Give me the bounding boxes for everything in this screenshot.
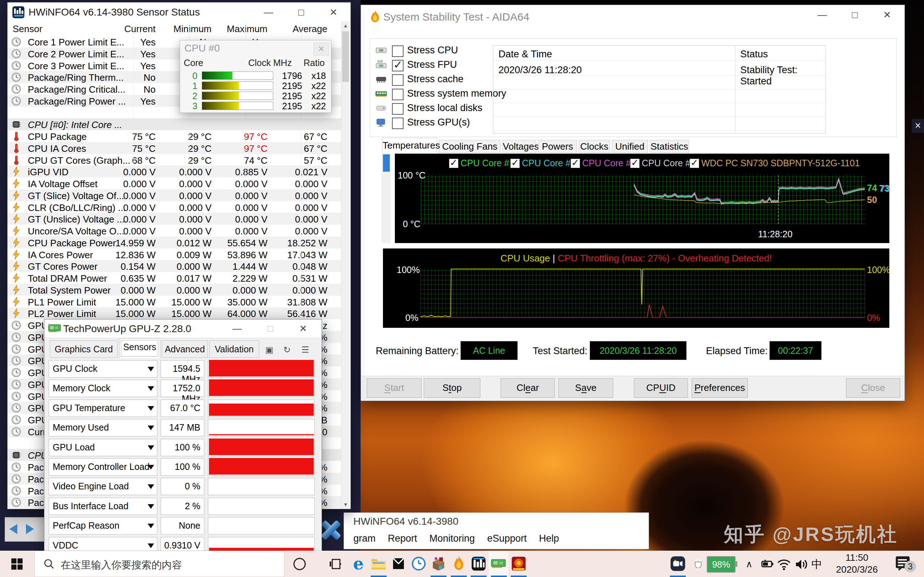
menu-item-gram[interactable]: gram [353, 533, 376, 544]
battery-indicator[interactable]: 98% [707, 556, 736, 573]
power-plug-icon[interactable] [691, 557, 706, 572]
column-header[interactable]: Current [98, 23, 155, 35]
sensor-row[interactable]: GT Cores Power0.154 W0.000 W1.444 W0.048… [8, 260, 341, 272]
taskbar-app-software-box[interactable] [428, 551, 448, 577]
taskbar-app-mail[interactable] [388, 551, 408, 577]
aida-tab-statistics[interactable]: Statistics [650, 140, 689, 153]
taskbar-search[interactable]: 在这里输入你要搜索的内容 [34, 551, 284, 577]
checkbox[interactable] [392, 118, 404, 129]
maximize-button[interactable]: □ [260, 322, 281, 335]
close-button[interactable]: ✕ [323, 5, 344, 19]
scroll-up-icon[interactable]: ▲ [341, 21, 350, 30]
wifi-icon[interactable] [777, 558, 791, 571]
aida-tab-unified[interactable]: Unified [612, 140, 648, 153]
maximize-button[interactable]: □ [844, 8, 866, 22]
hwinfo-main-menubar[interactable]: gramReportMonitoringeSupportHelp [353, 533, 571, 544]
aida64-window[interactable]: System Stability Test - AIDA64 — □ ✕ Str… [360, 5, 905, 401]
graph-scrollbar[interactable] [382, 154, 391, 243]
tray-chevron-icon[interactable]: ∧ [746, 559, 753, 570]
sensor-row[interactable]: Total DRAM Power0.635 W0.017 W2.229 W0.5… [8, 272, 341, 284]
column-header[interactable]: Minimum [154, 23, 212, 35]
aida-tab-powers[interactable]: Powers [538, 140, 577, 153]
column-header[interactable]: Maximum [210, 23, 267, 35]
sensor-row[interactable]: PL1 Power Limit15.000 W15.000 W35.000 W3… [8, 296, 341, 308]
aida-tab-voltages[interactable]: Voltages [502, 140, 536, 153]
sensor-scrollbar-thumb[interactable] [342, 31, 349, 82]
taskbar-app-furmark[interactable] [509, 551, 528, 577]
close-icon[interactable]: ✕ [313, 43, 329, 56]
sensor-table-header[interactable]: SensorCurrentMinimumMaximumAverage [8, 21, 341, 36]
sensor-row[interactable]: IA Cores Power12.836 W0.009 W53.896 W17.… [8, 248, 341, 260]
sensor-row[interactable]: CPU GT Cores (Graph...68 °C29 °C74 °C57 … [8, 154, 341, 166]
menu-item-esupport[interactable]: eSupport [487, 533, 527, 544]
menu-icon[interactable]: ☰ [301, 345, 309, 355]
sensor-row[interactable]: iGPU VID0.000 V0.000 V0.885 V0.021 V [8, 166, 341, 177]
camera-icon[interactable]: ▣ [265, 345, 274, 355]
stress-option-stress-gpu-s-[interactable]: Stress GPU(s) [375, 118, 490, 131]
hidden-window-close-icon[interactable]: ✕ [912, 119, 924, 133]
taskbar-app-explorer[interactable] [368, 551, 388, 577]
arrow-right-icon[interactable] [26, 524, 34, 534]
menu-item-help[interactable]: Help [539, 533, 559, 544]
maximize-button[interactable]: □ [290, 5, 312, 19]
scroll-down-icon[interactable]: ▼ [341, 500, 350, 509]
sensor-row[interactable]: CPU Package Power14.959 W0.012 W55.654 W… [8, 237, 341, 248]
stop-button[interactable]: Stop [424, 378, 480, 398]
clock-tray[interactable]: 11:50 2020/3/26 [836, 552, 878, 575]
close-button[interactable]: ✕ [876, 8, 898, 22]
checkbox[interactable] [392, 89, 404, 100]
stress-option-stress-cache[interactable]: Stress cache [375, 74, 490, 87]
menu-item-monitoring[interactable]: Monitoring [430, 533, 475, 544]
gpuz-tab-sensors[interactable]: Sensors [119, 338, 160, 358]
stress-option-stress-local-disks[interactable]: Stress local disks [375, 103, 490, 116]
taskbar-app-camera[interactable] [668, 551, 688, 577]
gpuz-sensor-label[interactable]: Memory Used [49, 419, 157, 436]
gpuz-sensor-label[interactable]: Memory Clock [49, 380, 157, 397]
gpuz-sensor-label[interactable]: Video Engine Load [49, 478, 157, 495]
gpuz-sensor-label[interactable]: Bus Interface Load [49, 498, 157, 515]
arrow-left-icon[interactable] [10, 524, 17, 534]
sensor-row[interactable]: CPU Package75 °C29 °C97 °C67 °C [8, 130, 341, 142]
clear-button[interactable]: Clear [501, 378, 555, 398]
taskbar-app-clock-app[interactable] [409, 551, 428, 577]
column-header[interactable]: Average [270, 23, 327, 35]
sensor-row[interactable]: IA Voltage Offset0.000 V0.000 V0.000 V0.… [8, 177, 341, 189]
gpuz-tab-advanced[interactable]: Advanced [162, 340, 208, 358]
aida-tab-temperatures[interactable]: Temperatures [382, 138, 437, 153]
checkbox[interactable] [392, 45, 404, 57]
stress-option-stress-cpu[interactable]: Stress CPU [375, 45, 490, 58]
graph-scrollbar-thumb[interactable] [383, 154, 390, 172]
gpuz-tab-validation[interactable]: Validation [209, 340, 259, 358]
ime-indicator[interactable]: 中 [811, 557, 822, 572]
taskbar-app-hwinfo[interactable] [468, 551, 488, 577]
preferences-button[interactable]: Preferences [691, 378, 748, 398]
sensor-row[interactable]: GT (Unslice) Voltage ...0.000 V0.000 V0.… [8, 213, 341, 225]
sensor-row[interactable]: PL2 Power Limit15.000 W15.000 W64.000 W5… [8, 307, 341, 319]
checkbox[interactable] [392, 74, 404, 86]
taskbar-app-edge[interactable]: e [348, 551, 368, 577]
checkbox[interactable] [392, 60, 404, 71]
column-header[interactable]: Sensor [13, 23, 42, 35]
minimize-button[interactable]: — [811, 8, 833, 22]
cpu0-popup[interactable]: CPU #0 ✕ CoreClockMHzRatio 01796x1812195… [180, 40, 331, 113]
sensor-scrollbar[interactable]: ▲ ▼ [341, 21, 350, 509]
gpuz-sensor-label[interactable]: GPU Clock [49, 360, 157, 377]
minimize-button[interactable]: — [226, 322, 248, 335]
gpuz-sensor-label[interactable]: PerfCap Reason [49, 517, 157, 534]
taskbar-app-gpuz[interactable] [489, 551, 509, 577]
gpuz-sensor-label[interactable]: GPU Load [49, 439, 157, 456]
taskbar-app-aida64[interactable] [449, 551, 468, 577]
checkbox[interactable] [392, 103, 404, 115]
start-button[interactable] [0, 551, 34, 577]
sensor-row[interactable]: CPU IA Cores75 °C29 °C97 °C67 °C [8, 142, 341, 154]
stress-option-stress-system-memory[interactable]: Stress system memory [375, 89, 490, 102]
speaker-icon[interactable] [794, 558, 809, 571]
stress-option-stress-fpu[interactable]: 123Stress FPU [375, 60, 490, 73]
notification-button[interactable]: 3 [894, 555, 920, 573]
task-view-button[interactable] [325, 551, 347, 577]
gpuz-sensor-label[interactable]: GPU Temperature [49, 400, 157, 417]
gpuz-sensor-label[interactable]: Memory Controller Load [49, 458, 157, 475]
blue-x-icon[interactable] [319, 518, 343, 542]
gpuz-tab-graphics-card[interactable]: Graphics Card [50, 340, 118, 358]
cortana-button[interactable] [289, 551, 310, 577]
